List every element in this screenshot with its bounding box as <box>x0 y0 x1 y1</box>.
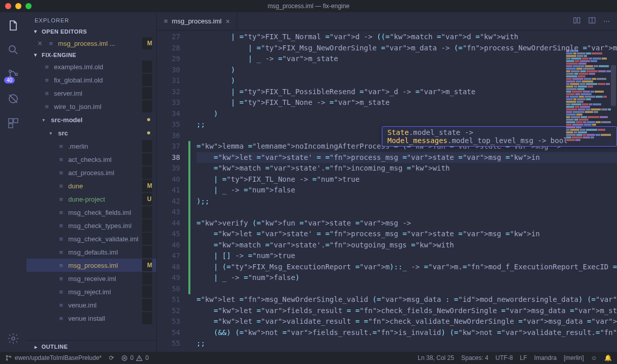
close-window-button[interactable] <box>5 3 11 9</box>
open-editor-item[interactable]: ✕ ≡ msg_process.iml ... M <box>26 37 156 50</box>
settings-gear-icon[interactable] <box>6 331 20 346</box>
file-row[interactable]: ≡msg_reject.iml <box>26 285 156 298</box>
code-editor[interactable]: 2728293031323334353637383940414243444546… <box>157 31 617 352</box>
folder-row[interactable]: src-model <box>26 113 156 126</box>
open-editors-header[interactable]: OPEN EDITORS <box>26 26 156 37</box>
git-status <box>142 206 152 218</box>
git-status <box>142 140 152 152</box>
notifications-status[interactable]: 🔔 <box>604 354 612 361</box>
extensions-activity-icon[interactable] <box>6 116 20 130</box>
tab-label: msg_process.iml <box>172 17 222 25</box>
file-row[interactable]: ≡dune-projectU <box>26 192 156 206</box>
window-title: msg_process.iml — fix-engine <box>0 3 617 10</box>
code-content[interactable]: | ="ty">FIX_TL_Normal ="var">d -> ((="kw… <box>190 31 617 352</box>
svg-point-8 <box>12 337 15 340</box>
git-status <box>142 166 152 179</box>
git-status <box>142 87 152 99</box>
git-modified-dot <box>147 131 150 134</box>
file-tree: ≡examples.iml.old≡fix_global.iml.old≡ser… <box>26 60 156 325</box>
eol-status[interactable]: LF <box>520 354 527 361</box>
cursor-position-status[interactable]: Ln 38, Col 25 <box>418 354 454 361</box>
file-row[interactable]: ≡msg_process.imlM <box>26 259 156 272</box>
svg-point-1 <box>9 70 11 72</box>
explorer-activity-icon[interactable] <box>6 18 20 33</box>
file-icon: ≡ <box>43 76 51 84</box>
git-status <box>142 233 152 245</box>
git-status <box>142 219 152 232</box>
chevron-right-icon: ▸ <box>35 344 38 350</box>
debug-activity-icon[interactable] <box>6 92 20 106</box>
file-row[interactable]: ≡.merlin <box>26 139 156 153</box>
outline-header[interactable]: ▸ OUTLINE <box>26 340 156 352</box>
file-row[interactable]: ≡act_process.iml <box>26 166 156 179</box>
file-icon: ≡ <box>57 195 65 203</box>
scm-badge: 40 <box>4 77 15 83</box>
tab-msg-process[interactable]: ≡ msg_process.iml × <box>157 12 237 30</box>
status-bar: ewen/updateToImlBasePrelude ⟳ 0 0 Ln 38,… <box>0 352 617 364</box>
problems-status[interactable]: 0 0 <box>121 354 149 361</box>
encoding-status[interactable]: UTF-8 <box>495 354 513 361</box>
indentation-status[interactable]: Spaces: 4 <box>461 354 488 361</box>
folder-row[interactable]: src <box>26 126 156 139</box>
file-label: examples.iml.old <box>54 63 139 71</box>
file-row[interactable]: ≡fix_global.iml.old <box>26 73 156 87</box>
file-icon: ≡ <box>57 315 65 322</box>
compare-icon[interactable] <box>573 16 581 26</box>
search-activity-icon[interactable] <box>6 43 20 57</box>
chevron-down-icon <box>35 29 40 35</box>
feedback-status[interactable]: ☺ <box>591 354 597 361</box>
file-icon: ≡ <box>47 40 55 47</box>
file-row[interactable]: ≡msg_check_fields.iml <box>26 206 156 219</box>
sync-status[interactable]: ⟳ <box>109 354 114 361</box>
file-row[interactable]: ≡msg_receive.iml <box>26 272 156 285</box>
scm-activity-icon[interactable]: 40 <box>6 67 20 81</box>
more-actions-icon[interactable]: ⋯ <box>603 17 610 25</box>
scrollbar-thumb[interactable] <box>611 65 616 106</box>
file-row[interactable]: ≡msg_check_validate.iml <box>26 232 156 245</box>
file-icon: ≡ <box>57 275 65 283</box>
file-row[interactable]: ≡venue install <box>26 312 156 325</box>
file-icon: ≡ <box>164 17 168 25</box>
file-icon: ≡ <box>57 235 65 243</box>
merlin-status[interactable]: [merlin] <box>564 354 583 361</box>
file-row[interactable]: ≡venue.iml <box>26 298 156 312</box>
language-mode-status[interactable]: Imandra <box>534 354 556 361</box>
file-row[interactable]: ≡msg_defaults.iml <box>26 245 156 259</box>
open-editors-list: ✕ ≡ msg_process.iml ... M <box>26 37 156 50</box>
editor-area: ≡ msg_process.iml × ⋯ 272829303132333435… <box>157 12 617 352</box>
file-label: dune-project <box>68 195 139 203</box>
file-row[interactable]: ≡msg_check_types.iml <box>26 219 156 232</box>
git-status <box>142 286 152 298</box>
folder-label: src <box>58 129 144 137</box>
file-row[interactable]: ≡duneM <box>26 179 156 192</box>
git-branch-status[interactable]: ewen/updateToImlBasePrelude <box>5 354 102 361</box>
git-status <box>142 100 152 113</box>
close-tab-icon[interactable]: × <box>226 18 230 25</box>
close-editor-icon[interactable]: ✕ <box>36 40 44 47</box>
svg-point-12 <box>6 355 7 356</box>
file-icon: ≡ <box>57 182 65 190</box>
svg-rect-7 <box>9 124 13 128</box>
git-status <box>142 153 152 165</box>
warning-icon <box>136 355 143 361</box>
file-row[interactable]: ≡wire_to_json.iml <box>26 100 156 113</box>
file-row[interactable]: ≡act_checks.iml <box>26 153 156 166</box>
minimize-window-button[interactable] <box>15 3 21 9</box>
maximize-window-button[interactable] <box>25 3 32 9</box>
sync-icon: ⟳ <box>109 354 114 361</box>
smiley-icon: ☺ <box>591 354 597 361</box>
file-icon: ≡ <box>57 301 65 309</box>
workspace-header[interactable]: FIX-ENGINE <box>26 50 156 60</box>
file-label: msg_check_validate.iml <box>68 235 139 243</box>
editor-scrollbar[interactable] <box>611 45 616 352</box>
file-label: act_checks.iml <box>68 156 139 163</box>
folder-label: src-model <box>51 116 144 124</box>
file-row[interactable]: ≡server.iml <box>26 87 156 100</box>
file-row[interactable]: ≡examples.iml.old <box>26 60 156 73</box>
minimap[interactable] <box>566 50 611 152</box>
file-label: msg_receive.iml <box>68 275 139 283</box>
file-icon: ≡ <box>57 248 65 256</box>
split-editor-icon[interactable] <box>588 16 596 26</box>
git-status <box>142 272 152 285</box>
svg-point-0 <box>9 46 15 52</box>
